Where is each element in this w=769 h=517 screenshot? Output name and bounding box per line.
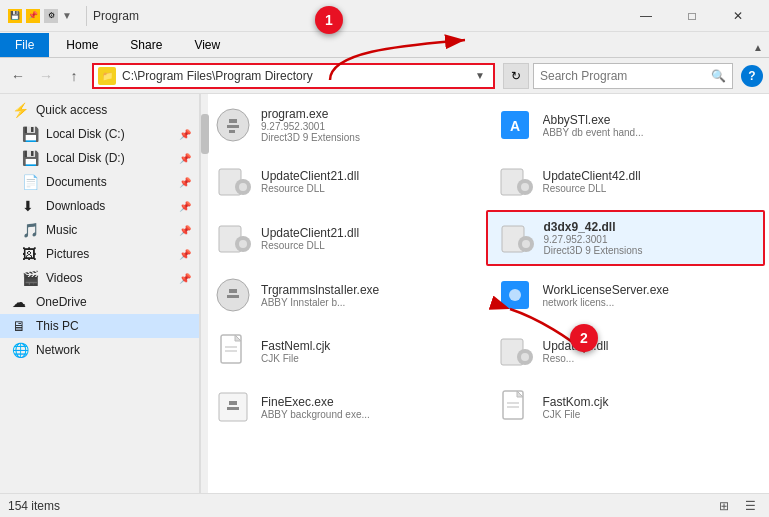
sidebar-item-network[interactable]: 🌐 Network [0,338,199,362]
file-icon-blank [213,331,253,371]
file-item[interactable]: Updat...sl.dll Reso... [486,324,766,378]
file-item[interactable]: UpdateClient21.dll Resource DLL [204,210,484,266]
file-name: TrgrammslnstaIler.exe [261,283,475,297]
file-item[interactable]: FineExec.exe ABBY background exe... [204,380,484,434]
minimize-button[interactable]: — [623,0,669,32]
forward-button[interactable]: → [34,64,58,88]
sidebar-item-this-pc[interactable]: 🖥 This PC [0,314,199,338]
tab-file[interactable]: File [0,33,49,57]
file-icon-gear3 [495,331,535,371]
sidebar-item-pictures[interactable]: 🖼 Pictures 📌 [0,242,199,266]
file-info: program.exe 9.27.952.3001 Direct3D 9 Ext… [261,107,475,143]
file-name: program.exe [261,107,475,121]
sidebar-scrollbar-thumb[interactable] [201,114,209,154]
file-item[interactable]: UpdateClient42.dll Resource DLL [486,154,766,208]
sidebar-item-videos[interactable]: 🎬 Videos 📌 [0,266,199,290]
up-button[interactable]: ↑ [62,64,86,88]
file-icon-blue2 [495,275,535,315]
main-layout: ⚡ Quick access 💾 Local Disk (C:) 📌 💾 Loc… [0,94,769,493]
file-item[interactable]: TrgrammslnstaIler.exe ABBY Innstaler b..… [204,268,484,322]
ribbon-expand-btn[interactable]: ▲ [747,38,769,57]
tab-share[interactable]: Share [115,33,177,57]
sidebar-item-label: Network [36,343,80,357]
file-detail1: CJK File [543,409,757,420]
address-input[interactable] [122,69,471,83]
downloads-icon: ⬇ [22,198,40,214]
search-icon[interactable]: 🔍 [711,69,726,83]
quick-access-arrow[interactable]: ▼ [62,9,72,23]
tab-home[interactable]: Home [51,33,113,57]
file-icon-gear-highlighted [496,218,536,258]
file-name: d3dx9_42.dll [544,220,756,234]
svg-point-5 [239,183,247,191]
tab-view[interactable]: View [179,33,235,57]
file-item[interactable]: program.exe 9.27.952.3001 Direct3D 9 Ext… [204,98,484,152]
sidebar-item-documents[interactable]: 📄 Documents 📌 [0,170,199,194]
file-icon-exe [213,105,253,145]
ribbon-tabs: File Home Share View ▲ [0,32,769,58]
quick-pin-icon[interactable]: 📌 [26,9,40,23]
close-button[interactable]: ✕ [715,0,761,32]
file-item[interactable]: FastNeml.cjk CJK File [204,324,484,378]
title-bar-icons: 💾 📌 ⚙ ▼ [8,9,72,23]
sidebar-item-label: Music [46,223,77,237]
sidebar-item-downloads[interactable]: ⬇ Downloads 📌 [0,194,199,218]
view-details-button[interactable]: ☰ [739,496,761,516]
svg-point-17 [509,289,521,301]
file-item-highlighted[interactable]: d3dx9_42.dll 9.27.952.3001 Direct3D 9 Ex… [486,210,766,266]
videos-icon: 🎬 [22,270,40,286]
file-info: WorkLicenseServer.exe network licens... [543,283,757,308]
sidebar-item-music[interactable]: 🎵 Music 📌 [0,218,199,242]
file-icon-exe3 [213,387,253,427]
file-detail1: Resource DLL [261,240,475,251]
sidebar-item-label: Quick access [36,103,107,117]
refresh-button[interactable]: ↻ [503,63,529,89]
sidebar-item-quick-access[interactable]: ⚡ Quick access [0,98,199,122]
search-box[interactable]: 🔍 [533,63,733,89]
quick-access-icon: ⚡ [12,102,30,118]
pictures-icon: 🖼 [22,246,40,262]
file-info: AbbySTl.exe ABBY db event hand... [543,113,757,138]
file-item[interactable]: A AbbySTl.exe ABBY db event hand... [486,98,766,152]
view-large-icons-button[interactable]: ⊞ [713,496,735,516]
address-bar[interactable]: 📁 ▼ [92,63,495,89]
content-area[interactable]: program.exe 9.27.952.3001 Direct3D 9 Ext… [200,94,769,493]
file-name: UpdateClient21.dll [261,226,475,240]
address-folder-icon: 📁 [98,67,116,85]
file-icon-blue: A [495,105,535,145]
file-item[interactable]: UpdateClient21.dll Resource DLL [204,154,484,208]
address-dropdown-button[interactable]: ▼ [471,65,489,87]
file-info: FineExec.exe ABBY background exe... [261,395,475,420]
file-detail1: ABBY background exe... [261,409,475,420]
file-item[interactable]: FastKom.cjk CJK File [486,380,766,434]
file-info: UpdateClient21.dll Resource DLL [261,226,475,251]
file-icon-gear [213,161,253,201]
svg-point-11 [239,240,247,248]
sidebar-scrollbar[interactable] [200,94,208,493]
sidebar-item-local-c[interactable]: 💾 Local Disk (C:) 📌 [0,122,199,146]
pin-icon: 📌 [179,129,191,140]
file-name: FastNeml.cjk [261,339,475,353]
local-disk-c-icon: 💾 [22,126,40,142]
search-input[interactable] [540,69,707,83]
sidebar-item-label: Local Disk (D:) [46,151,125,165]
file-item[interactable]: WorkLicenseServer.exe network licens... [486,268,766,322]
local-disk-d-icon: 💾 [22,150,40,166]
quick-extra-icon[interactable]: ⚙ [44,9,58,23]
sidebar-item-label: Videos [46,271,82,285]
divider [86,6,87,26]
file-info: FastKom.cjk CJK File [543,395,757,420]
file-info: Updat...sl.dll Reso... [543,339,757,364]
sidebar-item-label: This PC [36,319,79,333]
status-bar: 154 items ⊞ ☰ [0,493,769,517]
help-button[interactable]: ? [741,65,763,87]
back-button[interactable]: ← [6,64,30,88]
sidebar-item-local-d[interactable]: 💾 Local Disk (D:) 📌 [0,146,199,170]
svg-point-23 [521,353,529,361]
sidebar-item-onedrive[interactable]: ☁ OneDrive [0,290,199,314]
quick-save-icon[interactable]: 💾 [8,9,22,23]
sidebar-item-label: Downloads [46,199,105,213]
file-detail2: Direct3D 9 Extensions [544,245,756,256]
file-info: d3dx9_42.dll 9.27.952.3001 Direct3D 9 Ex… [544,220,756,256]
maximize-button[interactable]: □ [669,0,715,32]
